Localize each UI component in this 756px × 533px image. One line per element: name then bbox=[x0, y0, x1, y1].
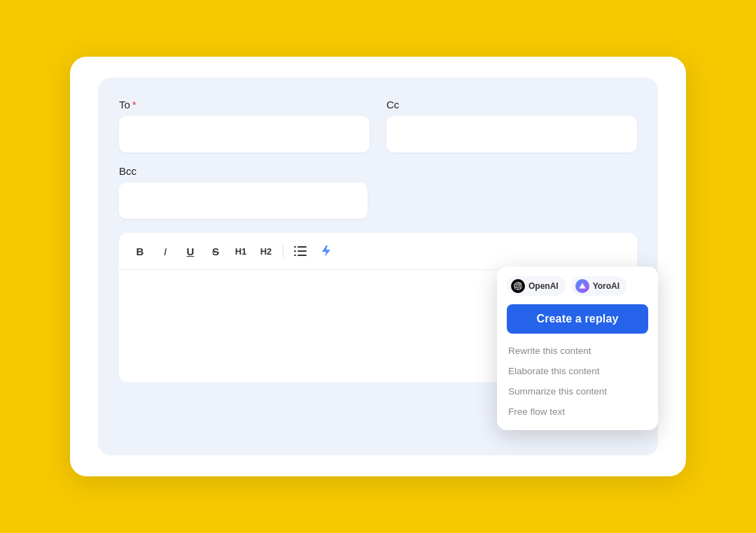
cc-input[interactable] bbox=[386, 116, 637, 152]
h1-button[interactable]: H1 bbox=[230, 240, 252, 262]
yoroai-badge: YoroAI bbox=[571, 276, 626, 296]
underline-button[interactable]: U bbox=[179, 240, 202, 262]
form-area: To* Cc Bcc B I U S H1 H2 bbox=[98, 78, 658, 455]
editor-wrapper: B I U S H1 H2 bbox=[119, 233, 637, 382]
bcc-field-group: Bcc bbox=[119, 165, 368, 219]
bold-button[interactable]: B bbox=[129, 240, 151, 262]
rewrite-content-item[interactable]: Rewrite this content bbox=[507, 341, 648, 361]
create-replay-button[interactable]: Create a replay bbox=[507, 304, 648, 334]
strikethrough-button[interactable]: S bbox=[204, 240, 227, 262]
cc-label: Cc bbox=[386, 99, 637, 111]
svg-rect-0 bbox=[294, 246, 296, 248]
openai-label: OpenAI bbox=[528, 281, 559, 291]
elaborate-content-item[interactable]: Elaborate this content bbox=[507, 361, 648, 381]
openai-badge: OpenAI bbox=[507, 276, 566, 296]
ai-dropdown: OpenAI YoroAI Create a replay Rewrite th… bbox=[497, 266, 658, 430]
to-field-group: To* bbox=[119, 99, 370, 152]
list-icon bbox=[294, 246, 307, 257]
bcc-label: Bcc bbox=[119, 165, 368, 177]
openai-icon bbox=[514, 282, 522, 290]
yoroai-logo-circle bbox=[575, 279, 589, 293]
svg-rect-4 bbox=[294, 255, 296, 256]
main-card: To* Cc Bcc B I U S H1 H2 bbox=[70, 57, 686, 476]
free-flow-text-item[interactable]: Free flow text bbox=[507, 401, 648, 422]
toolbar-divider bbox=[283, 244, 284, 258]
svg-rect-2 bbox=[294, 250, 296, 252]
svg-rect-1 bbox=[298, 246, 307, 248]
bcc-row: Bcc bbox=[119, 165, 637, 219]
openai-logo-circle bbox=[511, 279, 525, 293]
svg-rect-5 bbox=[298, 255, 307, 256]
bcc-input[interactable] bbox=[119, 183, 368, 219]
ai-lightning-icon bbox=[318, 244, 332, 258]
ai-button[interactable] bbox=[314, 240, 337, 262]
h2-button[interactable]: H2 bbox=[255, 240, 277, 262]
to-cc-row: To* Cc bbox=[119, 99, 637, 152]
svg-marker-6 bbox=[579, 283, 586, 288]
toolbar: B I U S H1 H2 bbox=[119, 233, 637, 270]
list-button[interactable] bbox=[289, 240, 312, 262]
to-input[interactable] bbox=[119, 116, 370, 152]
to-label: To* bbox=[119, 99, 370, 111]
ai-logo-row: OpenAI YoroAI bbox=[507, 276, 648, 296]
required-star: * bbox=[132, 99, 136, 111]
cc-field-group: Cc bbox=[386, 99, 637, 152]
summarize-content-item[interactable]: Summarize this content bbox=[507, 381, 648, 401]
svg-rect-3 bbox=[298, 250, 307, 252]
yoroai-label: YoroAI bbox=[593, 281, 620, 291]
italic-button[interactable]: I bbox=[154, 240, 176, 262]
yoroai-icon bbox=[578, 282, 587, 290]
